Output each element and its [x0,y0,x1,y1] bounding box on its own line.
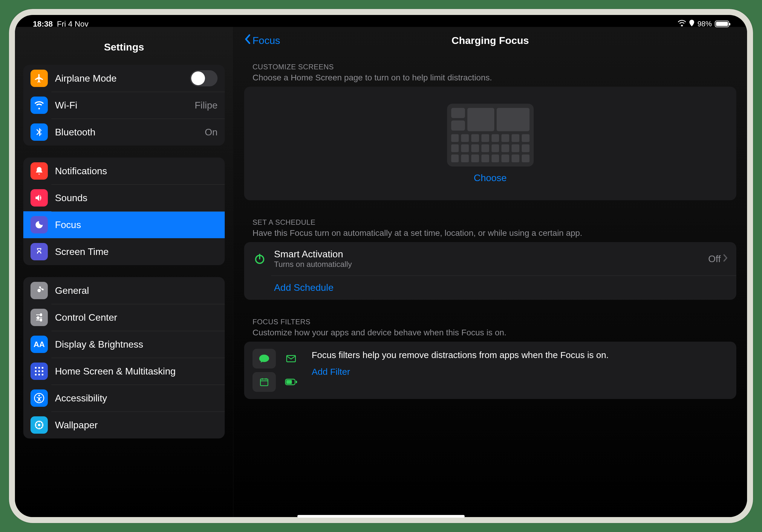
sidebar-item-label: General [55,285,217,296]
wifi-value: Filipe [195,100,217,111]
svg-point-10 [38,395,40,397]
customize-desc: Choose a Home Screen page to turn on to … [244,73,736,87]
svg-rect-3 [35,370,37,372]
bluetooth-value: On [205,127,217,138]
filter-icon-grid [253,349,303,392]
sidebar-item-general[interactable]: General [23,277,225,304]
choose-link[interactable]: Choose [474,173,506,184]
sidebar-item-label: Notifications [55,166,217,177]
sidebar-item-label: Screen Time [55,246,217,257]
sidebar-item-label: Airplane Mode [55,73,190,84]
sidebar-group-notifications: Notifications Sounds Focus [23,158,225,265]
sidebar-item-label: Display & Brightness [55,339,217,350]
status-bar: 18:38 Fri 4 Nov 98% [15,15,747,27]
moon-icon [31,216,48,233]
sidebar-item-label: Bluetooth [55,127,205,138]
battery-filter-icon [279,372,303,392]
sidebar-item-label: Wallpaper [55,419,217,431]
svg-rect-16 [261,379,268,386]
filters-help-text: Focus filters help you remove distractio… [312,350,728,360]
add-schedule-label: Add Schedule [274,282,334,293]
accessibility-icon [31,389,48,407]
sidebar-item-control-center[interactable]: Control Center [23,304,225,331]
smart-activation-value: Off [708,254,721,265]
app-grid-icon [31,362,48,380]
screen: 18:38 Fri 4 Nov 98% Settings [15,15,747,517]
sidebar-item-home-screen[interactable]: Home Screen & Multitasking [23,358,225,385]
sidebar-item-label: Accessibility [55,393,217,404]
sidebar-item-airplane-mode[interactable]: Airplane Mode [23,65,225,92]
schedule-header: SET A SCHEDULE [244,212,736,228]
sidebar-item-notifications[interactable]: Notifications [23,158,225,185]
sidebar-item-display-brightness[interactable]: AA Display & Brightness [23,331,225,358]
schedule-desc: Have this Focus turn on automatically at… [244,228,736,242]
speaker-icon [31,189,48,206]
messages-filter-icon [253,349,276,368]
ipad-frame: 18:38 Fri 4 Nov 98% Settings [9,9,753,523]
sidebar-item-label: Home Screen & Multitasking [55,366,217,377]
smart-activation-sub: Turns on automatically [274,260,708,269]
svg-rect-2 [42,367,43,369]
chevron-right-icon [723,254,728,264]
svg-rect-1 [38,367,40,369]
hourglass-icon [31,243,48,260]
filters-header: FOCUS FILTERS [244,312,736,328]
sidebar-item-sounds[interactable]: Sounds [23,185,225,211]
schedule-card: Smart Activation Turns on automatically … [244,242,736,300]
power-icon [253,252,267,266]
chevron-left-icon [244,34,251,46]
smart-activation-title: Smart Activation [274,249,708,260]
smart-activation-row[interactable]: Smart Activation Turns on automatically … [244,242,736,275]
back-label: Focus [253,35,280,46]
sidebar-item-label: Control Center [55,312,217,323]
svg-rect-22 [296,381,297,383]
sidebar-item-label: Wi-Fi [55,100,195,111]
wifi-settings-icon [31,97,48,114]
svg-point-12 [38,424,40,426]
text-size-icon: AA [31,336,48,353]
sidebar-item-screen-time[interactable]: Screen Time [23,238,225,265]
airplane-toggle[interactable] [190,70,217,86]
homescreen-card[interactable]: Choose [244,87,736,200]
homescreen-preview [447,104,534,167]
sidebar-group-general: General Control Center AA Display & Brig… [23,277,225,438]
sidebar-item-accessibility[interactable]: Accessibility [23,385,225,412]
filters-desc: Customize how your apps and device behav… [244,328,736,342]
customize-header: CUSTOMIZE SCREENS [244,57,736,73]
add-schedule-row[interactable]: Add Schedule [244,275,736,300]
svg-rect-0 [35,367,37,369]
wallpaper-icon [31,416,48,434]
sidebar-group-connectivity: Airplane Mode Wi-Fi Filipe [23,65,225,146]
battery-icon [715,21,729,27]
add-filter-link[interactable]: Add Filter [312,367,728,377]
sidebar-title: Settings [15,33,233,65]
svg-rect-21 [286,380,292,384]
sidebar-item-bluetooth[interactable]: Bluetooth On [23,119,225,146]
svg-rect-5 [42,370,43,372]
main-panel: Focus Charging Focus CUSTOMIZE SCREENS C… [233,27,747,517]
sidebar-item-label: Sounds [55,192,217,203]
back-button[interactable]: Focus [244,34,280,46]
settings-sidebar: Settings Airplane Mode Wi-Fi [15,27,233,517]
mail-filter-icon [279,349,303,368]
svg-rect-7 [38,374,40,376]
svg-rect-4 [38,370,40,372]
home-indicator[interactable] [297,515,465,517]
sliders-icon [31,309,48,326]
nav-header: Focus Charging Focus [233,27,747,54]
sidebar-item-wifi[interactable]: Wi-Fi Filipe [23,92,225,119]
svg-rect-6 [35,374,37,376]
bluetooth-icon [31,123,48,141]
sidebar-item-label: Focus [55,219,217,230]
svg-rect-8 [42,374,43,376]
sidebar-item-wallpaper[interactable]: Wallpaper [23,412,225,438]
bell-icon [31,162,48,180]
page-title: Charging Focus [451,35,529,46]
gear-icon [31,282,48,299]
airplane-icon [31,70,48,87]
filters-card: Focus filters help you remove distractio… [244,342,736,399]
calendar-filter-icon [253,372,276,392]
sidebar-item-focus[interactable]: Focus [23,211,225,238]
